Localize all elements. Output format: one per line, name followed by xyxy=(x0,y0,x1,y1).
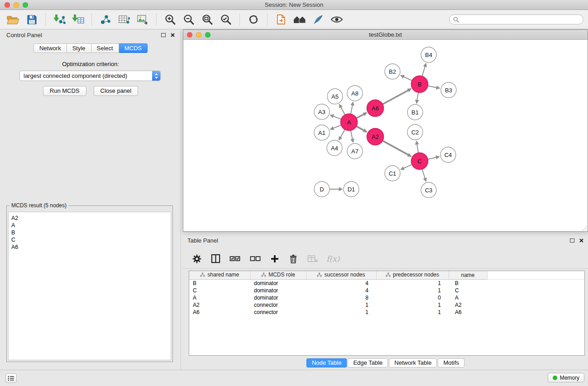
tab-style[interactable]: Style xyxy=(67,43,91,53)
add-row-icon[interactable] xyxy=(269,253,281,265)
table-cell[interactable]: connector xyxy=(250,309,306,316)
table-row-A2[interactable]: A2connector11A2 xyxy=(189,301,584,309)
table-cell[interactable]: A6 xyxy=(189,309,250,316)
table-cell[interactable]: A xyxy=(449,294,487,301)
table-cell[interactable]: 8 xyxy=(306,294,376,301)
network-graph[interactable]: AA1A2A3A4A5A6A7A8BB1B2B3B4CC1C2C3C4DD1 xyxy=(183,40,588,231)
column-header-successor-nodes[interactable]: successor nodes xyxy=(306,271,376,279)
table-cell[interactable]: 4 xyxy=(306,287,376,294)
tab-motifs[interactable]: Motifs xyxy=(438,358,464,367)
graph-edge-B-B4[interactable] xyxy=(422,63,426,76)
graph-edge-A-A7[interactable] xyxy=(351,130,353,142)
graph-edge-A-A6[interactable] xyxy=(356,113,367,118)
mcds-result-item-A6[interactable]: A6 xyxy=(9,243,171,251)
table-cell[interactable]: B xyxy=(449,279,487,287)
network-canvas[interactable]: AA1A2A3A4A5A6A7A8BB1B2B3B4CC1C2C3C4DD1 xyxy=(183,40,588,231)
column-header-mcds-role[interactable]: MCDS role xyxy=(250,271,306,279)
close-panel-button[interactable]: Close panel xyxy=(94,86,139,96)
graph-edge-A-A1[interactable] xyxy=(330,125,341,129)
close-network-window-icon[interactable] xyxy=(187,32,192,38)
graph-edge-A-A8[interactable] xyxy=(351,102,353,114)
table-cell[interactable]: 1 xyxy=(306,309,376,316)
optimization-criterion-dropdown[interactable]: largest connected component (directed) xyxy=(19,71,161,81)
graph-edge-C-C2[interactable] xyxy=(416,141,418,153)
save-session-icon[interactable] xyxy=(24,12,39,27)
close-panel-icon[interactable] xyxy=(171,33,175,37)
mcds-result-item-A2[interactable]: A2 xyxy=(9,214,171,222)
table-cell[interactable]: B xyxy=(189,279,250,287)
mcds-result-item-C[interactable]: C xyxy=(9,236,171,243)
graph-edge-A-A3[interactable] xyxy=(330,115,341,119)
mcds-result-item-A[interactable]: A xyxy=(9,222,171,229)
table-row-A6[interactable]: A6connector11A6 xyxy=(189,309,584,316)
close-table-panel-icon[interactable] xyxy=(579,238,583,243)
tab-edge-table[interactable]: Edge Table xyxy=(348,358,388,367)
table-cell[interactable]: 1 xyxy=(376,301,449,309)
function-builder-icon[interactable]: f(x) xyxy=(326,254,339,263)
tab-network-table[interactable]: Network Table xyxy=(389,358,437,367)
session-document-icon[interactable] xyxy=(273,12,289,27)
column-header-name[interactable]: name xyxy=(449,271,487,279)
table-cell[interactable]: 0 xyxy=(376,294,449,301)
search-text-field[interactable] xyxy=(461,16,579,23)
select-all-icon[interactable] xyxy=(228,253,242,265)
table-cell[interactable]: C xyxy=(449,287,487,294)
export-image-icon[interactable] xyxy=(135,12,150,27)
table-cell[interactable]: 1 xyxy=(306,301,376,309)
mcds-result-item-B[interactable]: B xyxy=(9,229,171,236)
table-cell[interactable]: A xyxy=(189,294,250,301)
zoom-fit-icon[interactable] xyxy=(200,12,215,27)
import-network-icon[interactable] xyxy=(52,12,67,27)
graphics-details-icon[interactable] xyxy=(311,12,326,27)
zoom-out-icon[interactable] xyxy=(181,12,196,27)
graph-edge-C-C3[interactable] xyxy=(422,169,426,181)
table-cell[interactable]: C xyxy=(189,287,250,294)
graph-edge-C-C4[interactable] xyxy=(428,157,439,159)
table-cell[interactable]: 1 xyxy=(376,309,449,316)
maximize-window-icon[interactable] xyxy=(23,2,28,8)
refresh-icon[interactable] xyxy=(246,12,261,27)
graph-edge-C-C1[interactable] xyxy=(401,165,412,170)
table-cell[interactable]: 4 xyxy=(306,279,376,287)
table-row-B[interactable]: Bdominator41B xyxy=(189,279,584,287)
graph-edge-A-A5[interactable] xyxy=(339,105,345,115)
delete-row-trash-icon[interactable] xyxy=(287,253,299,265)
table-cell[interactable]: A6 xyxy=(449,309,487,316)
float-panel-icon[interactable] xyxy=(161,33,166,37)
import-table-icon[interactable] xyxy=(70,12,86,27)
float-table-panel-icon[interactable] xyxy=(570,238,574,243)
table-cell[interactable]: A2 xyxy=(189,301,250,309)
table-row-A[interactable]: Adominator80A xyxy=(189,294,584,301)
tab-mcds[interactable]: MCDS xyxy=(119,43,148,53)
memory-button[interactable]: Memory xyxy=(548,373,584,382)
graph-edge-B-B1[interactable] xyxy=(416,92,418,103)
zoom-in-icon[interactable] xyxy=(163,12,178,27)
task-history-button[interactable] xyxy=(5,373,17,383)
column-header-predecessor-nodes[interactable]: predecessor nodes xyxy=(376,271,449,279)
column-selector-icon[interactable] xyxy=(210,253,221,265)
open-file-icon[interactable] xyxy=(5,12,21,27)
zoom-selected-icon[interactable] xyxy=(218,12,234,27)
graph-edge-A6-B[interactable] xyxy=(382,89,411,104)
maximize-network-window-icon[interactable] xyxy=(205,32,210,38)
graph-edge-A-A2[interactable] xyxy=(356,126,367,132)
tab-network[interactable]: Network xyxy=(33,43,67,53)
home-icon[interactable] xyxy=(292,12,307,27)
table-cell[interactable]: 1 xyxy=(376,279,449,287)
new-network-icon[interactable] xyxy=(98,12,113,27)
graph-edge-A2-C[interactable] xyxy=(382,141,411,157)
show-hide-eye-icon[interactable] xyxy=(329,12,344,27)
delete-table-icon[interactable] xyxy=(306,253,320,265)
column-header-shared-name[interactable]: shared name xyxy=(189,271,250,279)
table-row-C[interactable]: Cdominator41C xyxy=(189,287,584,294)
search-input[interactable] xyxy=(449,14,583,24)
tab-node-table[interactable]: Node Table xyxy=(306,358,347,367)
minimize-window-icon[interactable] xyxy=(14,2,19,8)
network-window-titlebar[interactable]: testGlobe.txt xyxy=(183,30,588,40)
table-cell[interactable]: A2 xyxy=(449,301,487,309)
mcds-result-list[interactable]: A2ABCA6 xyxy=(8,212,171,360)
table-cell[interactable]: dominator xyxy=(250,294,306,301)
graph-edge-B-B3[interactable] xyxy=(428,86,440,88)
table-cell[interactable]: connector xyxy=(250,301,306,309)
tab-select[interactable]: Select xyxy=(91,43,119,53)
